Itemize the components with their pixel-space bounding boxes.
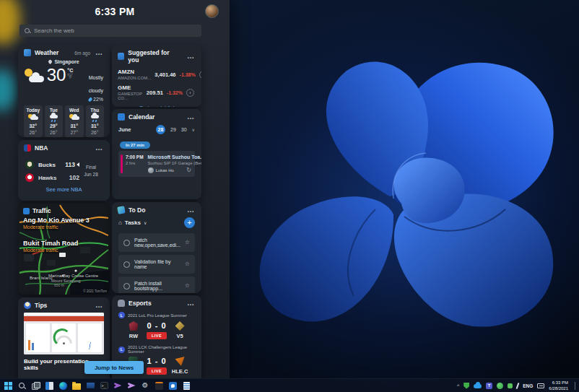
calendar-icon: [118, 113, 125, 121]
stock-row[interactable]: AMZN AMAZON.COM... 3,401.46 -1.38% ›: [112, 66, 201, 82]
visual-studio-2-button[interactable]: [127, 381, 136, 390]
search-icon: [18, 382, 25, 389]
show-desktop-button[interactable]: [575, 382, 576, 390]
precipitation: 22%: [93, 97, 103, 102]
settings-button[interactable]: ⚙: [141, 381, 149, 390]
forecast-day[interactable]: Tue 29° 26°: [45, 105, 64, 137]
weather-updated: 6m ago: [74, 51, 90, 56]
user-avatar[interactable]: [205, 4, 219, 18]
quick-assist-button[interactable]: [168, 381, 177, 390]
file-explorer-button[interactable]: [72, 381, 81, 390]
task-item[interactable]: Validation file by name ☆: [118, 255, 195, 274]
todo-list-name[interactable]: Tasks: [125, 219, 141, 226]
go-to-watchlist-link[interactable]: Go to watchlist: [112, 103, 201, 107]
stocks-title: Suggested for you: [128, 49, 178, 64]
photos-icon: [45, 382, 53, 390]
lightbulb-icon: [24, 302, 31, 309]
nba-widget[interactable]: NBA … Bucks 113 Final Jun 28 Hawks 102 S…: [18, 140, 110, 201]
stocks-chart-icon: [118, 53, 124, 60]
widgets-panel: 6:33 PM Weather 6m ago … Singapore 30 °C…: [0, 0, 230, 378]
calendar-month: June: [118, 126, 131, 133]
mail-app-button[interactable]: [86, 381, 95, 390]
sun-cloud-icon: [28, 114, 38, 122]
more-options-icon[interactable]: …: [186, 114, 196, 120]
nba-team-row[interactable]: Bucks 113: [25, 158, 79, 171]
star-icon[interactable]: ☆: [185, 283, 190, 289]
calendar-day[interactable]: 29: [170, 127, 176, 132]
jump-to-news-button[interactable]: Jump to News: [84, 361, 144, 374]
more-options-icon[interactable]: …: [94, 145, 104, 151]
calendar-title: Calendar: [129, 113, 154, 121]
teams-icon[interactable]: T: [486, 383, 492, 389]
stocks-widget[interactable]: Suggested for you … AMZN AMAZON.COM... 3…: [112, 45, 201, 107]
calendar-widget[interactable]: Calendar … June 28 29 30 ∨ In 27 min 7:0…: [112, 109, 201, 199]
search-bar[interactable]: [19, 25, 201, 37]
search-input[interactable]: [34, 27, 196, 34]
traffic-widget[interactable]: Traffic Ang Mo Kio Avenue 3 Moderate tra…: [18, 204, 110, 295]
pen-icon[interactable]: [516, 382, 520, 388]
photos-app-button[interactable]: [45, 381, 53, 390]
terminal-button[interactable]: >_: [100, 381, 108, 390]
start-button[interactable]: [4, 381, 12, 390]
task-checkbox[interactable]: [123, 283, 130, 289]
map-attribution: © 2021 TomTom: [83, 289, 107, 293]
go-to-stock-icon[interactable]: ›: [186, 89, 194, 97]
calendar-event[interactable]: 7:00 PM 2 hrs Microsoft Suzhou Toa... Su…: [118, 151, 195, 177]
star-icon[interactable]: ☆: [185, 261, 190, 267]
esports-match[interactable]: RW 0 - 0 LIVE V5: [112, 320, 201, 343]
task-checkbox[interactable]: [123, 240, 130, 246]
weather-widget[interactable]: Weather 6m ago … Singapore 30 °C °F Most…: [18, 45, 110, 137]
event-location: Suzhou SIP 1F Garage (Besi...: [148, 161, 191, 165]
taskbar-clock[interactable]: 6:33 PM 6/28/2021: [549, 380, 568, 391]
task-item[interactable]: Patch install bootstrapp... ☆: [118, 276, 195, 293]
game-status: Final Jun 28: [79, 164, 103, 179]
calendar-day[interactable]: 30: [181, 127, 187, 132]
notepad-button[interactable]: [182, 381, 191, 390]
attendee-avatar: [148, 167, 154, 173]
sun-cloud-icon: [69, 114, 79, 122]
more-options-icon[interactable]: …: [94, 50, 104, 56]
bucks-logo-icon: [25, 160, 34, 169]
task-view-button[interactable]: [31, 381, 40, 390]
dev-app-icon: [155, 382, 163, 390]
add-task-button[interactable]: +: [184, 217, 195, 228]
event-title: Microsoft Suzhou Toa...: [148, 154, 191, 160]
weather-title: Weather: [35, 49, 58, 56]
task-item[interactable]: Patch new,open,save,edi... ☆: [118, 233, 195, 252]
todo-widget[interactable]: To Do … ⌂ Tasks ∨ + Patch new,open,save,…: [112, 202, 201, 293]
rain-cloud-icon: [48, 114, 58, 122]
forecast-day[interactable]: Wed 31° 27°: [65, 105, 84, 137]
unit-toggle[interactable]: °C °F: [67, 68, 73, 79]
wallpaper-blob-cyan: [0, 69, 16, 111]
calendar-day-selected[interactable]: 28: [156, 125, 165, 134]
more-options-icon[interactable]: …: [186, 300, 196, 306]
star-icon[interactable]: ☆: [185, 240, 190, 245]
location-pin-icon: [48, 59, 53, 64]
language-indicator[interactable]: ENG: [523, 383, 533, 388]
more-options-icon[interactable]: …: [94, 302, 104, 308]
forecast-day[interactable]: Thu 31° 26°: [86, 105, 105, 137]
security-shield-icon[interactable]: [463, 383, 469, 389]
stock-row[interactable]: GME GAMESTOP CO... 209.51 -1.32% ›: [112, 82, 201, 103]
task-checkbox[interactable]: [123, 261, 130, 268]
tray-app-icon[interactable]: [508, 383, 513, 388]
tray-overflow-button[interactable]: ^: [457, 383, 459, 388]
dev-app-button[interactable]: [154, 381, 163, 390]
more-options-icon[interactable]: …: [186, 207, 196, 213]
tray-app-icon[interactable]: [497, 383, 503, 389]
chevron-down-icon[interactable]: ∨: [192, 127, 195, 132]
touch-keyboard-icon[interactable]: [537, 383, 544, 388]
edge-browser-button[interactable]: [58, 381, 67, 390]
see-more-nba-link[interactable]: See more NBA: [18, 184, 110, 196]
onedrive-icon[interactable]: [474, 384, 482, 388]
forecast-day[interactable]: Today 32° 26°: [24, 105, 43, 137]
visual-studio-button[interactable]: [113, 381, 122, 390]
home-icon: ⌂: [118, 219, 122, 226]
nba-team-row[interactable]: Hawks 102: [25, 171, 79, 184]
more-options-icon[interactable]: …: [186, 53, 196, 59]
sync-icon[interactable]: ↻: [186, 167, 191, 173]
go-to-stock-icon[interactable]: ›: [199, 71, 201, 79]
chevron-down-icon[interactable]: ∨: [144, 220, 147, 225]
league-icon: L: [118, 312, 125, 318]
taskbar-search-button[interactable]: [17, 381, 26, 390]
